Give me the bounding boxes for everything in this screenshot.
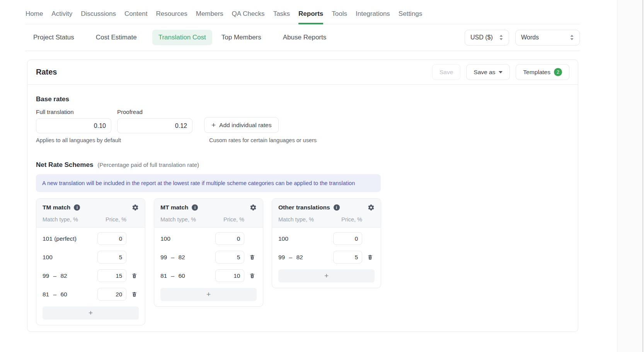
- scheme-card-body: 10099 – 8281 – 60+: [154, 228, 263, 306]
- nav-item-tools[interactable]: Tools: [332, 10, 347, 24]
- lowest-rate-info-banner: A new translation will be included in th…: [36, 174, 381, 192]
- info-icon[interactable]: i: [334, 204, 340, 211]
- scheme-card-mt-match: MT matchiMatch type, %Price, %10099 – 82…: [154, 198, 263, 307]
- subtab-project-status[interactable]: Project Status: [27, 30, 80, 45]
- base-rates-heading: Base rates: [36, 95, 569, 103]
- save-button[interactable]: Save: [432, 64, 460, 80]
- scheme-card-header-mt-match: MT matchiMatch type, %Price, %: [154, 199, 263, 228]
- updown-icon: [499, 34, 503, 41]
- trash-icon[interactable]: [129, 291, 139, 298]
- add-scheme-row-button[interactable]: +: [160, 288, 257, 301]
- subtab-cost-estimate[interactable]: Cost Estimate: [90, 30, 143, 45]
- table-row: 99 – 82: [43, 269, 139, 282]
- proofread-input[interactable]: [117, 118, 193, 133]
- nav-item-settings[interactable]: Settings: [399, 10, 422, 24]
- info-icon[interactable]: i: [74, 204, 80, 211]
- save-button-label: Save: [440, 69, 453, 76]
- rates-card: Rates Save Save as Templates 2 Base rate…: [27, 60, 578, 332]
- match-type-column-label: Match type, %: [160, 216, 196, 223]
- add-individual-rates-label: Add individual rates: [219, 122, 271, 129]
- unit-select-value: Words: [521, 34, 539, 41]
- scheme-column-headers: Match type, %Price, %: [160, 216, 257, 223]
- subtab-abuse-reports[interactable]: Abuse Reports: [277, 30, 332, 45]
- price-input[interactable]: [215, 269, 244, 282]
- subtab-translation-cost[interactable]: Translation Cost: [152, 30, 212, 45]
- price-input[interactable]: [97, 288, 126, 301]
- table-row: 100: [160, 232, 257, 245]
- base-rates-helper-text: Applies to all languages by default: [36, 137, 198, 143]
- nav-item-home[interactable]: Home: [26, 10, 43, 24]
- price-input[interactable]: [333, 251, 362, 264]
- nav-item-integrations[interactable]: Integrations: [356, 10, 390, 24]
- table-row: 101 (perfect): [43, 232, 139, 245]
- gear-icon[interactable]: [132, 204, 139, 211]
- nav-item-resources[interactable]: Resources: [156, 10, 187, 24]
- top-nav: HomeActivityDiscussionsContentResourcesM…: [26, 0, 580, 24]
- templates-count-badge: 2: [554, 68, 562, 76]
- nav-item-content[interactable]: Content: [124, 10, 148, 24]
- table-row: 81 – 60: [43, 288, 139, 301]
- match-type-column-label: Match type, %: [278, 216, 314, 223]
- net-rate-schemes-subheading: (Percentage paid of full translation rat…: [97, 162, 199, 168]
- chevron-down-icon: [499, 71, 503, 73]
- schemes-row: TM matchiMatch type, %Price, %101 (perfe…: [36, 198, 569, 325]
- scheme-title: Other translations: [278, 204, 330, 211]
- unit-select[interactable]: Words: [515, 30, 580, 46]
- table-row: 99 – 82: [278, 251, 375, 264]
- add-individual-rates-button[interactable]: + Add individual rates: [204, 117, 279, 133]
- match-type-label: 100: [43, 254, 97, 261]
- individual-rates-helper-text: Cusom rates for certain languages or use…: [209, 137, 317, 143]
- trash-icon[interactable]: [247, 272, 257, 279]
- trash-icon[interactable]: [129, 272, 139, 279]
- rates-card-header: Rates Save Save as Templates 2: [27, 60, 578, 85]
- trash-icon[interactable]: [247, 254, 257, 260]
- scheme-title-row: Other translationsi: [278, 204, 375, 211]
- nav-item-activity[interactable]: Activity: [51, 10, 72, 24]
- base-rates-row: Full translation Proofread + Add individ…: [36, 103, 569, 133]
- currency-select-value: USD ($): [470, 34, 493, 41]
- page-content: HomeActivityDiscussionsContentResourcesM…: [26, 0, 580, 332]
- nav-item-reports[interactable]: Reports: [298, 10, 323, 24]
- trash-icon[interactable]: [365, 254, 375, 260]
- price-input[interactable]: [333, 232, 362, 245]
- price-input[interactable]: [215, 251, 244, 264]
- full-translation-label: Full translation: [36, 109, 111, 115]
- plus-icon: +: [211, 121, 216, 129]
- proofread-field-group: Proofread: [117, 103, 193, 133]
- scrollbar[interactable]: [642, 0, 643, 352]
- add-scheme-row-button[interactable]: +: [43, 306, 139, 320]
- gear-icon[interactable]: [368, 204, 375, 211]
- price-input[interactable]: [97, 269, 126, 282]
- full-translation-field-group: Full translation: [36, 103, 111, 133]
- scheme-card-header-other-translations: Other translationsiMatch type, %Price, %: [272, 199, 381, 228]
- nav-item-tasks[interactable]: Tasks: [273, 10, 290, 24]
- price-input[interactable]: [97, 232, 126, 245]
- templates-button[interactable]: Templates 2: [516, 64, 569, 80]
- add-scheme-row-button[interactable]: +: [278, 269, 375, 282]
- report-subtab-bar: Project StatusCost EstimateTranslation C…: [26, 24, 580, 51]
- price-column-label: Price, %: [106, 216, 126, 223]
- scheme-title-row: TM matchi: [43, 204, 139, 211]
- scheme-title-row: MT matchi: [160, 204, 257, 211]
- scheme-title: TM match: [43, 204, 70, 211]
- price-input[interactable]: [215, 232, 244, 245]
- subtab-top-members[interactable]: Top Members: [215, 30, 267, 45]
- currency-select[interactable]: USD ($): [465, 30, 509, 46]
- price-column-label: Price, %: [341, 216, 362, 223]
- page-title: Rates: [36, 68, 57, 77]
- nav-item-members[interactable]: Members: [196, 10, 223, 24]
- scheme-card-body: 10099 – 82+: [272, 228, 381, 288]
- scheme-card-header-tm-match: TM matchiMatch type, %Price, %: [36, 199, 145, 228]
- info-icon[interactable]: i: [192, 204, 198, 211]
- page-gutter: [617, 0, 644, 352]
- scheme-column-headers: Match type, %Price, %: [43, 216, 139, 223]
- save-as-button[interactable]: Save as: [466, 64, 510, 80]
- nav-item-discussions[interactable]: Discussions: [81, 10, 116, 24]
- price-input[interactable]: [97, 251, 126, 264]
- subtab-list: Project StatusCost EstimateTranslation C…: [27, 30, 342, 45]
- full-translation-input[interactable]: [36, 118, 111, 133]
- gear-icon[interactable]: [250, 204, 257, 211]
- rates-header-actions: Save Save as Templates 2: [432, 64, 569, 80]
- scheme-title: MT match: [160, 204, 188, 211]
- nav-item-qa-checks[interactable]: QA Checks: [232, 10, 265, 24]
